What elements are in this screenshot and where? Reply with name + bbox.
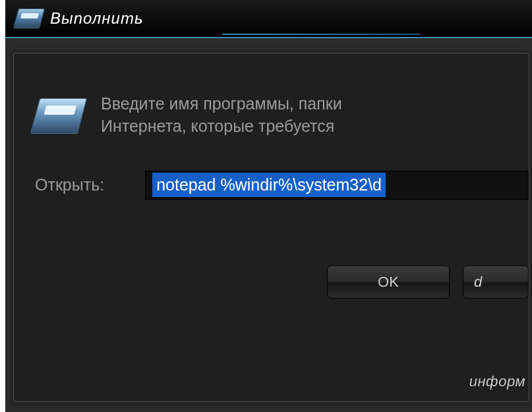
run-dialog-window: Выполнить Введите имя программы, папки И… — [5, 0, 532, 412]
cancel-button[interactable]: d — [463, 266, 529, 299]
run-icon — [13, 9, 45, 28]
titlebar[interactable]: Выполнить — [5, 0, 532, 38]
desc-line1: Введите имя программы, папки — [101, 94, 342, 113]
open-label: Открыть: — [35, 175, 104, 194]
command-input[interactable]: notepad %windir%\system32\d — [145, 171, 529, 200]
dialog-description: Введите имя программы, папки Интернета, … — [101, 93, 342, 138]
dialog-body: Введите имя программы, папки Интернета, … — [13, 53, 529, 402]
ok-button[interactable]: OK — [327, 266, 450, 299]
command-input-value: notepad %windir%\system32\d — [152, 173, 386, 197]
run-dialog-icon — [30, 98, 87, 134]
desc-line2: Интернета, которые требуется — [101, 117, 334, 135]
watermark-text: информ — [469, 373, 525, 390]
titlebar-decoration — [222, 3, 420, 35]
titlebar-title: Выполнить — [50, 9, 144, 28]
